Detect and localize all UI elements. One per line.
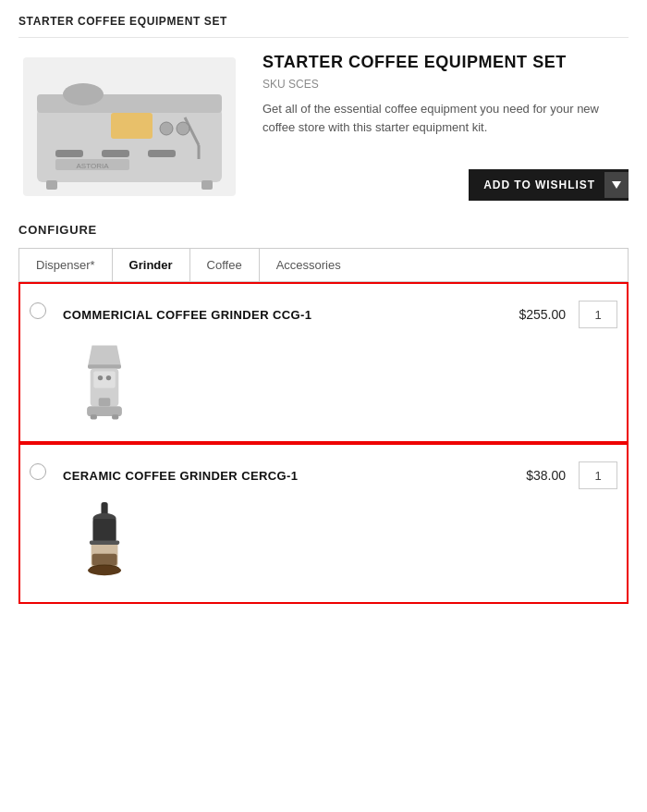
svg-marker-16 (88, 346, 121, 367)
svg-rect-24 (112, 414, 118, 419)
tabs-container: Dispenser* Grinder Coffee Accessories (18, 248, 629, 282)
svg-rect-11 (46, 180, 57, 190)
svg-point-8 (160, 122, 173, 135)
tab-accessories[interactable]: Accessories (260, 249, 358, 281)
product-radio-cercg1[interactable] (30, 463, 46, 480)
product-row-right-2: $38.00 (526, 461, 617, 489)
product-sku: SKU SCES (262, 78, 629, 91)
radio-col-1 (30, 301, 63, 319)
tab-coffee[interactable]: Coffee (190, 249, 260, 281)
svg-point-33 (88, 565, 121, 575)
table-row: COMMERICIAL COFFEE GRINDER CCG-1 $255.00 (18, 282, 629, 443)
svg-point-2 (63, 83, 104, 105)
svg-rect-28 (92, 519, 116, 542)
product-info: STARTER COFFEE EQUIPMENT SET SKU SCES Ge… (262, 53, 629, 201)
product-qty-ccg1[interactable] (579, 301, 617, 328)
table-row: CERAMIC COFFEE GRINDER CERCG-1 $38.00 (18, 443, 629, 604)
svg-rect-10 (111, 113, 153, 139)
product-row-content-1: COMMERICIAL COFFEE GRINDER CCG-1 $255.00 (63, 301, 617, 424)
page-breadcrumb: STARTER COFFEE EQUIPMENT SET (18, 15, 629, 38)
add-to-wishlist-button[interactable]: ADD TO WISHLIST (469, 169, 629, 201)
svg-rect-12 (201, 180, 213, 190)
svg-rect-17 (88, 364, 121, 369)
product-header: ASTORIA STARTER COFFEE EQUIPMENT SET SKU… (18, 53, 629, 201)
svg-rect-31 (89, 540, 118, 545)
product-name-cercg1: CERAMIC COFFEE GRINDER CERCG-1 (63, 469, 298, 483)
product-price-ccg1: $255.00 (519, 307, 566, 322)
product-row-top-1: COMMERICIAL COFFEE GRINDER CCG-1 $255.00 (63, 301, 617, 328)
product-qty-cercg1[interactable] (579, 461, 617, 489)
product-row-right-1: $255.00 (519, 301, 617, 328)
espresso-machine-icon: ASTORIA (28, 62, 231, 191)
svg-rect-25 (99, 398, 111, 406)
tab-dispenser[interactable]: Dispenser* (19, 249, 113, 281)
product-price-cercg1: $38.00 (526, 468, 566, 483)
grinder2-icon (75, 502, 135, 585)
svg-point-20 (98, 375, 103, 380)
svg-rect-3 (55, 150, 83, 157)
radio-col-2 (30, 461, 63, 480)
add-wishlist-label: ADD TO WISHLIST (483, 178, 595, 191)
product-row-top-2: CERAMIC COFFEE GRINDER CERCG-1 $38.00 (63, 461, 617, 489)
product-title: STARTER COFFEE EQUIPMENT SET (262, 53, 629, 72)
products-list: COMMERICIAL COFFEE GRINDER CCG-1 $255.00 (18, 282, 629, 604)
product-image-ccg1 (63, 341, 146, 424)
svg-point-21 (106, 375, 111, 380)
svg-point-9 (177, 122, 189, 135)
svg-rect-5 (148, 150, 176, 157)
svg-text:ASTORIA: ASTORIA (77, 162, 110, 170)
svg-rect-19 (93, 371, 115, 388)
product-description: Get all of the essential coffee equipmen… (262, 100, 629, 136)
grinder1-icon (72, 341, 137, 424)
svg-rect-30 (92, 554, 116, 566)
tab-grinder[interactable]: Grinder (113, 249, 190, 281)
product-radio-ccg1[interactable] (30, 302, 46, 319)
product-image: ASTORIA (18, 53, 240, 201)
product-name-ccg1: COMMERICIAL COFFEE GRINDER CCG-1 (63, 308, 311, 322)
svg-marker-15 (612, 181, 621, 189)
svg-rect-23 (91, 414, 97, 419)
svg-rect-4 (102, 150, 129, 157)
configure-label: CONFIGURE (18, 223, 629, 237)
configure-section: CONFIGURE Dispenser* Grinder Coffee Acce… (18, 223, 629, 604)
product-image-cercg1 (63, 502, 146, 585)
wishlist-dropdown-arrow[interactable] (604, 172, 629, 198)
product-row-content-2: CERAMIC COFFEE GRINDER CERCG-1 $38.00 (63, 461, 617, 585)
